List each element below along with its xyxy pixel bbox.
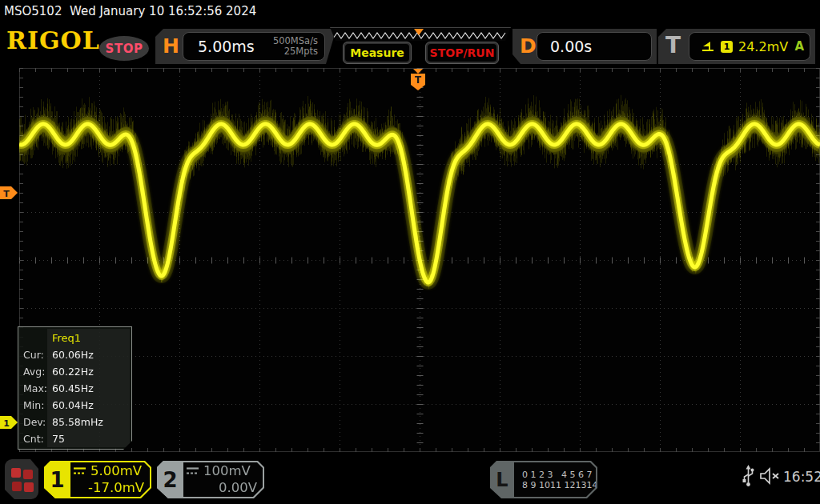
channel-1-marker[interactable]: 1 — [0, 416, 18, 430]
trigger-position-marker[interactable]: T — [409, 69, 428, 91]
logic-row-8-15: 8 9 1011 12131415 — [522, 480, 596, 490]
channel-1-offset: -17.0mV — [73, 479, 144, 496]
menu-grid-button[interactable] — [5, 459, 38, 499]
usb-icon — [742, 464, 755, 488]
trigger-level-value: 24.2mV — [738, 39, 788, 54]
measurement-row: Dev:85.58mHz — [18, 416, 131, 433]
channel-1-number: 1 — [44, 461, 70, 498]
logic-row-0-7: 0 1 2 3 4 5 6 7 — [522, 470, 596, 480]
channel-1-block[interactable]: 1 5.00mV -17.0mV — [44, 461, 151, 498]
header-bar: RIGOL STOP H 5.00ms 500MSa/s 25Mpts Meas… — [0, 24, 820, 66]
title-bar: MSO5102 Wed January 10 16:52:56 2024 — [0, 0, 820, 24]
channel-2-scale: 100mV — [203, 462, 251, 479]
timebase-value: 5.00ms — [183, 38, 255, 55]
channel-2-block[interactable]: 2 100mV 0.00V — [157, 461, 264, 498]
dc-coupling-icon — [186, 466, 199, 475]
model-and-datetime: MSO5102 Wed January 10 16:52:56 2024 — [4, 4, 256, 18]
measurement-row: Avg:60.22Hz — [18, 366, 131, 382]
measurement-title: Freq1 — [52, 332, 81, 344]
delay-label: D — [520, 34, 537, 58]
memory-depth: 25Mpts — [284, 46, 318, 57]
measurement-row: Cnt:75 — [18, 433, 131, 450]
measurement-row: Max:60.45Hz — [18, 382, 131, 399]
memory-position-marker-icon[interactable] — [414, 29, 424, 35]
zigzag-position-bar[interactable] — [330, 27, 511, 41]
trigger-sweep-mode: A — [794, 39, 804, 54]
delay-group[interactable]: D 0.00s — [512, 29, 657, 64]
trigger-label: T — [665, 32, 681, 58]
channel-2-offset: 0.00V — [186, 479, 257, 496]
clock: 16:52 — [783, 469, 820, 485]
stop-run-button[interactable]: STOP/RUN — [425, 42, 499, 64]
menu-grid-icon — [12, 482, 22, 491]
horizontal-label: H — [163, 34, 179, 58]
svg-text:T: T — [415, 74, 422, 86]
waveform-canvas — [19, 68, 820, 452]
acquisition-status-pill[interactable]: STOP — [99, 36, 149, 61]
speaker-muted-icon — [759, 467, 781, 485]
measurement-row: Cur:60.06Hz — [18, 349, 131, 366]
bottom-bar: 1 5.00mV -17.0mV 2 100mV 0.00V — [0, 454, 820, 504]
measure-button[interactable]: Measure — [343, 42, 412, 64]
rigol-logo: RIGOL — [6, 26, 100, 54]
sample-rate: 500MSa/s — [273, 35, 318, 46]
delay-value: 0.00s — [537, 38, 592, 55]
channel-2-number: 2 — [157, 461, 183, 498]
horizontal-timebase-group[interactable]: H 5.00ms 500MSa/s 25Mpts — [155, 29, 336, 64]
logic-label: L — [490, 461, 514, 498]
svg-text:1: 1 — [3, 418, 10, 429]
acquisition-status-label: STOP — [106, 42, 143, 56]
trigger-source-badge: 1 — [721, 41, 733, 53]
menu-grid-icon — [24, 482, 34, 492]
logic-channels-block[interactable]: L 0 1 2 3 4 5 6 7 8 9 1011 12131415 — [490, 461, 597, 498]
dc-coupling-icon — [73, 466, 86, 475]
trigger-group[interactable]: T 1 24.2mV A — [658, 29, 815, 64]
menu-grid-icon — [23, 470, 33, 479]
svg-text:T: T — [3, 189, 10, 199]
menu-grid-icon — [11, 468, 21, 478]
measurement-row: Min:60.04Hz — [18, 399, 131, 416]
measurement-panel[interactable]: Freq1 Cur:60.06Hz Avg:60.22Hz Max:60.45H… — [18, 326, 132, 450]
channel-1-scale: 5.00mV — [90, 462, 142, 479]
trigger-level-marker[interactable]: T — [0, 186, 18, 200]
trigger-slope-icon — [701, 40, 715, 53]
